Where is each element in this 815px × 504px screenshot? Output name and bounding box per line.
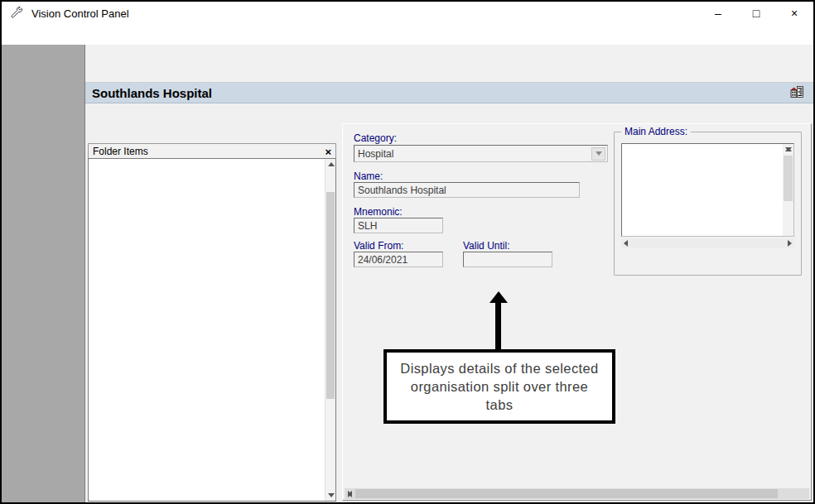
valid-from-label: Valid From: [354,240,403,252]
main-address-label: Main Address: [621,126,691,137]
sidebar-nav [2,45,84,502]
scroll-left-icon[interactable] [624,240,628,247]
mnemonic-field[interactable] [354,218,443,233]
tree-scrollbar[interactable] [325,159,335,501]
folder-items-bar: Folder Items × [88,143,336,160]
scroll-right-icon[interactable] [788,240,792,247]
navigator-tabs-row1 [88,106,339,124]
folder-items-title: Folder Items [93,146,148,157]
wrench-icon [10,6,25,21]
window-controls: – □ × [699,2,813,25]
menu-bar [2,25,813,45]
app-window: Vision Control Panel – □ × Southlands Ho… [0,0,815,504]
folder-tree [88,158,336,502]
close-icon[interactable]: × [325,146,331,157]
content: Folder Items × Category: [85,103,813,502]
address-vscrollbar-thumb[interactable] [784,156,793,201]
main-address-group: Main Address: [614,132,802,276]
context-header: Southlands Hospital [85,83,813,103]
toolbar [85,45,813,83]
annotation-arrow-head [489,291,508,303]
details-hscrollbar-thumb[interactable] [355,489,778,498]
details-panel: Category: Hospital Name: Mnemonic: Valid… [339,103,813,502]
scroll-right-icon[interactable] [345,488,355,499]
chevron-down-icon[interactable] [591,147,605,161]
annotation-arrow-stem [495,302,501,350]
annotation-text: Displays details of the selected organis… [397,359,602,415]
main-area: Southlands Hospital Folder Items × [85,45,813,502]
organisation-icon [790,86,807,99]
mnemonic-label: Mnemonic: [354,206,403,218]
maximize-button[interactable]: □ [737,2,775,25]
scroll-down-icon[interactable] [783,144,793,155]
navigator-tabs-row2 [88,124,339,142]
valid-from-field[interactable] [354,252,443,267]
minimize-button[interactable]: – [699,2,737,25]
window-title: Vision Control Panel [31,7,129,20]
category-combobox[interactable]: Hospital [354,145,608,162]
valid-until-label: Valid Until: [463,240,509,252]
title-bar: Vision Control Panel – □ × [2,2,813,25]
organisation-details-tabpage: Category: Hospital Name: Mnemonic: Valid… [342,123,812,501]
navigator-panel: Folder Items × [85,103,339,502]
details-tabs [342,106,812,123]
name-field[interactable] [354,182,580,198]
window-body: Southlands Hospital Folder Items × [2,45,813,502]
address-listbox[interactable] [621,143,794,237]
close-button[interactable]: × [775,2,813,25]
details-hscrollbar[interactable] [345,488,809,499]
category-value: Hospital [358,148,591,160]
tree-scrollbar-thumb[interactable] [326,192,335,399]
page-title: Southlands Hospital [92,86,212,100]
name-label: Name: [354,170,383,182]
annotation-callout: Displays details of the selected organis… [383,349,615,424]
scroll-down-icon[interactable] [326,490,336,501]
valid-until-field[interactable] [463,252,552,267]
scroll-up-icon[interactable] [326,159,336,170]
category-label: Category: [354,132,397,144]
sidebar [2,45,85,502]
address-vscrollbar[interactable] [783,144,793,236]
address-hscrollbar[interactable] [621,238,794,248]
